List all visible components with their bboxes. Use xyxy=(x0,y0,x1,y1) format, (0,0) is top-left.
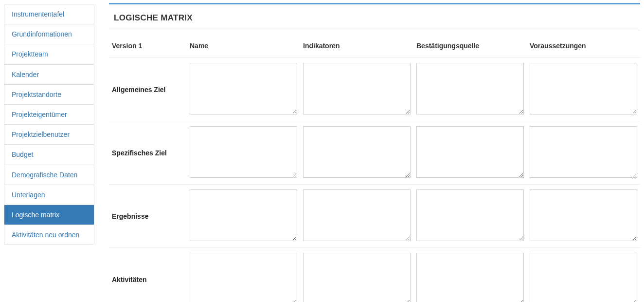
matrix-row-label: Allgemeines Ziel xyxy=(109,58,187,121)
matrix-cell-input[interactable] xyxy=(303,253,411,302)
matrix-cell-input[interactable] xyxy=(190,253,297,302)
sidebar-item-demografische-daten[interactable]: Demografische Daten xyxy=(4,165,94,185)
matrix-cell-input[interactable] xyxy=(190,189,297,241)
sidebar-nav: InstrumententafelGrundinformationenProje… xyxy=(4,4,94,245)
matrix-col-indicators: Indikatoren xyxy=(300,38,413,58)
sidebar-item-budget[interactable]: Budget xyxy=(4,145,94,165)
matrix-cell-input[interactable] xyxy=(530,253,637,302)
table-row: Allgemeines Ziel xyxy=(109,58,640,121)
sidebar-item-unterlagen[interactable]: Unterlagen xyxy=(4,185,94,205)
page-title: LOGISCHE MATRIX xyxy=(109,4,640,30)
sidebar-item-aktivit-ten-neu-ordnen[interactable]: Aktivitäten neu ordnen xyxy=(4,225,94,245)
matrix-cell-input[interactable] xyxy=(190,63,297,114)
matrix-cell-input[interactable] xyxy=(303,189,411,241)
matrix-cell-input[interactable] xyxy=(416,63,524,114)
matrix-cell-input[interactable] xyxy=(416,253,524,302)
matrix-col-name: Name xyxy=(187,38,300,58)
sidebar-item-projektzielbenutzer[interactable]: Projektzielbenutzer xyxy=(4,125,94,145)
matrix-cell-input[interactable] xyxy=(530,189,637,241)
sidebar-item-logische-matrix[interactable]: Logische matrix xyxy=(4,205,94,225)
matrix-row-label: Ergebnisse xyxy=(109,185,187,248)
matrix-cell-input[interactable] xyxy=(530,126,637,178)
matrix-col-assumptions: Voraussetzungen xyxy=(527,38,640,58)
matrix-cell-input[interactable] xyxy=(530,63,637,114)
sidebar-item-grundinformationen[interactable]: Grundinformationen xyxy=(4,24,94,44)
matrix-cell-input[interactable] xyxy=(416,189,524,241)
matrix-col-source: Bestätigungsquelle xyxy=(413,38,527,58)
table-row: Ergebnisse xyxy=(109,185,640,248)
sidebar-item-kalender[interactable]: Kalender xyxy=(4,65,94,85)
matrix-cell-input[interactable] xyxy=(303,63,411,114)
matrix-row-label: Spezifisches Ziel xyxy=(109,121,187,185)
table-row: Aktivitäten xyxy=(109,248,640,302)
matrix-row-label: Aktivitäten xyxy=(109,248,187,302)
matrix-cell-input[interactable] xyxy=(190,126,297,178)
sidebar-item-projektteam[interactable]: Projektteam xyxy=(4,44,94,64)
matrix-cell-input[interactable] xyxy=(303,126,411,178)
matrix-version-header: Version 1 xyxy=(109,38,187,58)
table-row: Spezifisches Ziel xyxy=(109,121,640,185)
logical-matrix-table: Version 1 Name Indikatoren Bestätigungsq… xyxy=(109,38,640,302)
sidebar-item-projektstandorte[interactable]: Projektstandorte xyxy=(4,85,94,105)
sidebar-item-projekteigent-mer[interactable]: Projekteigentümer xyxy=(4,105,94,125)
sidebar-item-instrumententafel[interactable]: Instrumententafel xyxy=(4,4,94,24)
matrix-cell-input[interactable] xyxy=(416,126,524,178)
